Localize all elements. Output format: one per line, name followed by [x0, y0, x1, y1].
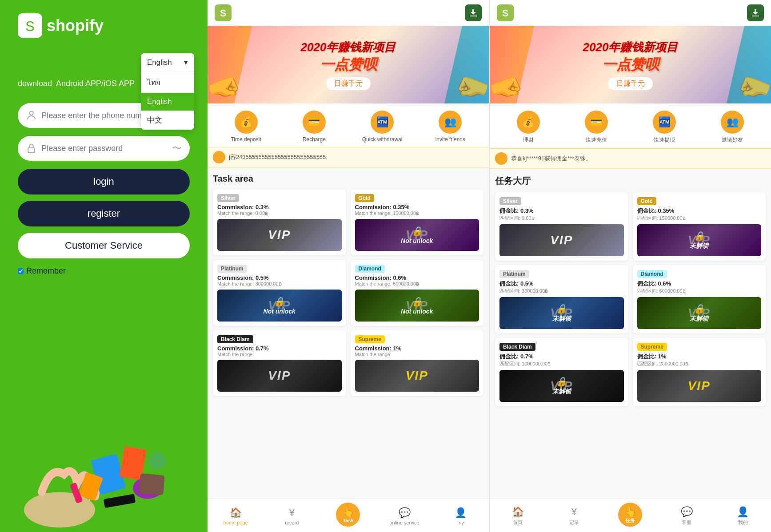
- right-vip-card-platinum[interactable]: Platinum 佣金比: 0.5% 匹配区间: 300000.00฿ VIP …: [495, 265, 628, 333]
- service-nav-label: online service: [389, 520, 419, 525]
- icon-kuaisu-tixian[interactable]: 🏧 快速提现: [635, 111, 695, 144]
- right-platinum-badge: Platinum: [499, 270, 529, 278]
- supreme-range: Match the range:: [355, 352, 479, 357]
- record-nav-icon: ¥: [289, 507, 295, 519]
- center-phone-panel: S 🤜 2020年赚钱新项目 一点赞呗 日赚千元 🤜: [208, 0, 489, 532]
- yaoqing-label: 邀请好友: [722, 136, 743, 144]
- lang-option-english[interactable]: English: [141, 93, 194, 111]
- supreme-badge: Supreme: [355, 335, 385, 343]
- nav-service[interactable]: 💬 online service: [376, 507, 433, 525]
- right-diamond-lock-icon: 🔒: [694, 303, 705, 314]
- download-right-svg: [750, 8, 761, 18]
- icon-yaoqing-haoyou[interactable]: 👥 邀请好友: [703, 111, 763, 144]
- right-supreme-badge: Supreme: [637, 343, 667, 351]
- language-dropdown[interactable]: English ▾ ไทย English 中文: [141, 53, 194, 130]
- right-vip-card-supreme[interactable]: Supreme 佣金比: 1% 匹配区间: 2000000.00฿ VIP: [633, 338, 766, 406]
- right-blackdiam-lock-text: 未解锁: [552, 388, 571, 396]
- vip-card-gold[interactable]: Gold Commission: 0.35% Match the range: …: [351, 189, 484, 255]
- right-nav-my[interactable]: 👤 我的: [715, 506, 771, 526]
- right-supreme-commission: 佣金比: 1%: [637, 353, 762, 361]
- register-button[interactable]: register: [18, 201, 190, 226]
- right-diamond-commission: 佣金比: 0.6%: [637, 280, 762, 288]
- login-button[interactable]: login: [18, 169, 190, 195]
- svg-text:S: S: [25, 19, 35, 34]
- svg-rect-18: [752, 16, 759, 16]
- svg-text:S: S: [502, 8, 508, 19]
- right-vip-card-silver[interactable]: Silver 佣金比: 0.3% 匹配区间: 0.00฿ VIP: [495, 192, 628, 261]
- vip-card-blackdiam[interactable]: Black Diam Commission: 0.7% Match the ra…: [213, 330, 346, 396]
- icon-recharge[interactable]: 💳 Recharge: [284, 111, 344, 143]
- gold-badge: Gold: [355, 194, 374, 202]
- remember-checkbox[interactable]: [18, 268, 24, 274]
- right-task-nav-button[interactable]: 👆 任务: [618, 503, 642, 527]
- right-gold-lock-overlay: 🔒 未解锁: [637, 224, 762, 256]
- vip-card-diamond[interactable]: Diamond Commission: 0.6% Match the range…: [351, 260, 484, 326]
- icon-invite-friends[interactable]: 👥 invite friends: [420, 111, 480, 143]
- right-nav-record[interactable]: ¥ 记录: [546, 506, 603, 526]
- right-nav-service[interactable]: 💬 客服: [659, 506, 715, 526]
- icon-time-deposit[interactable]: 💰 Time deposit: [216, 111, 276, 143]
- lang-option-chinese[interactable]: 中文: [141, 111, 194, 130]
- nav-my[interactable]: 👤 my: [432, 507, 489, 525]
- right-ticker-avatar: [495, 152, 507, 165]
- quick-withdrawal-label: Quick withdrawal: [362, 136, 403, 143]
- right-record-nav-label: 记录: [569, 519, 579, 526]
- right-vip-card-gold[interactable]: Gold 佣金比: 0.35% 匹配区间: 150000.00฿ VIP 🔒 未…: [633, 192, 766, 261]
- right-nav-home[interactable]: 🏠 首页: [490, 506, 546, 526]
- download-text: download Android APP/iOS APP: [18, 73, 135, 90]
- vip-card-platinum[interactable]: Platinum Commission: 0.5% Match the rang…: [213, 260, 346, 326]
- icon-kuaisu-chongzhi[interactable]: 💳 快速充值: [566, 111, 626, 144]
- record-nav-label: record: [285, 520, 299, 525]
- customer-service-button[interactable]: Customer Service: [18, 233, 190, 258]
- left-panel: S shopify download Android APP/iOS APP 〜…: [0, 0, 208, 532]
- download-top-icon[interactable]: [465, 4, 482, 21]
- vip-card-silver[interactable]: Silver Commission: 0.3% Match the range:…: [213, 189, 346, 255]
- right-nav-task[interactable]: 👆 任务: [602, 503, 659, 529]
- gold-commission: Commission: 0.35%: [355, 204, 479, 210]
- right-vip-card-diamond[interactable]: Diamond 佣金比: 0.6% 匹配区间: 600000.00฿ VIP 🔒…: [633, 265, 766, 333]
- right-gold-commission: 佣金比: 0.35%: [637, 207, 762, 215]
- logo-text: shopify: [47, 16, 104, 35]
- banner-line2: 一点赞呗: [320, 55, 377, 75]
- task-nav-button[interactable]: 👆 Task: [336, 503, 360, 527]
- center-task-title: Task area: [213, 174, 483, 184]
- decorative-products: [0, 372, 208, 532]
- recharge-icon: 💳: [303, 111, 326, 134]
- phone-panels-container: S 🤜 2020年赚钱新项目 一点赞呗 日赚千元 🤜: [208, 0, 771, 532]
- platinum-badge: Platinum: [217, 265, 247, 273]
- right-icons-row: 💰 理财 💳 快速充值 🏧 快速提现 👥 邀请好友: [490, 103, 771, 148]
- right-diamond-badge: Diamond: [637, 270, 667, 278]
- center-screen: S 🤜 2020年赚钱新项目 一点赞呗 日赚千元 🤜: [208, 0, 489, 532]
- lang-option-thai[interactable]: ไทย: [141, 72, 194, 93]
- right-ticker: 恭喜kj*****91获得佣金***泰铢。: [490, 148, 771, 169]
- right-top-bar: S: [490, 0, 771, 26]
- svg-rect-10: [139, 473, 165, 496]
- nav-task[interactable]: 👆 Task: [320, 503, 376, 529]
- eye-icon[interactable]: 〜: [172, 142, 182, 155]
- right-supreme-range: 匹配区间: 2000000.00฿: [637, 361, 762, 367]
- center-top-bar: S: [208, 0, 489, 26]
- password-input-field[interactable]: 〜: [18, 136, 190, 161]
- right-silver-badge: Silver: [499, 197, 521, 205]
- icon-quick-withdrawal[interactable]: 🏧 Quick withdrawal: [352, 111, 412, 143]
- nav-home[interactable]: 🏠 home page: [208, 507, 264, 525]
- center-bottom-nav: 🏠 home page ¥ record 👆 Task 💬 online ser…: [208, 499, 489, 532]
- center-ticker: j容2435555555555555555555555555:: [208, 147, 489, 167]
- right-vip-card-blackdiam[interactable]: Black Diam 佣金比: 0.7% 匹配区间: 1000000.00฿ V…: [495, 338, 628, 406]
- icon-licai[interactable]: 💰 理财: [498, 111, 558, 144]
- right-banner: 🤜 2020年赚钱新项目 一点赞呗 日赚千元 🤜: [490, 26, 771, 103]
- recharge-label: Recharge: [303, 136, 326, 143]
- blackdiam-badge: Black Diam: [217, 335, 253, 343]
- right-record-nav-icon: ¥: [571, 506, 577, 518]
- lang-dropdown-header[interactable]: English ▾: [141, 53, 194, 72]
- nav-record[interactable]: ¥ record: [264, 507, 320, 525]
- logo-area: S shopify: [18, 13, 104, 38]
- download-right-icon[interactable]: [747, 4, 764, 21]
- password-input[interactable]: [41, 144, 182, 153]
- banner-pill: 日赚千元: [326, 77, 371, 90]
- right-supreme-vip-image: VIP: [637, 370, 762, 402]
- right-my-nav-label: 我的: [738, 519, 748, 526]
- right-platinum-lock-overlay: 🔒 未解锁: [499, 297, 624, 329]
- right-gold-vip-image: VIP 🔒 未解锁: [637, 224, 762, 256]
- vip-card-supreme[interactable]: Supreme Commission: 1% Match the range: …: [351, 330, 484, 396]
